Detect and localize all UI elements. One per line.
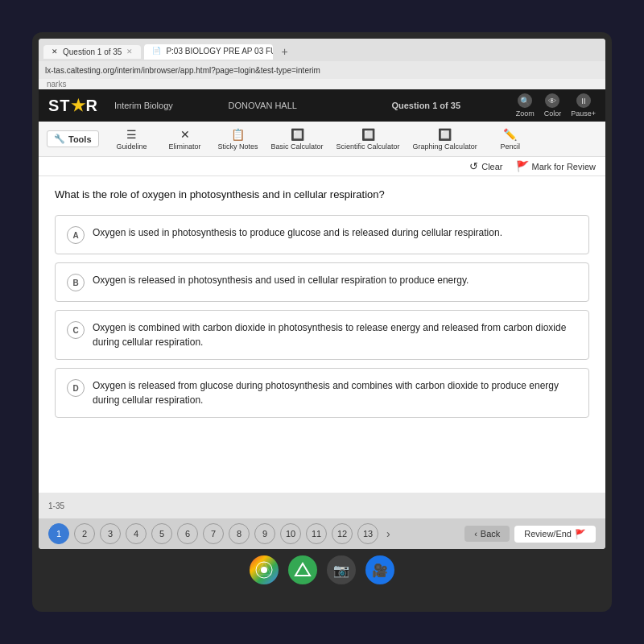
option-label-b: B [67,274,85,291]
pause-button[interactable]: ⏸ Pause+ [571,93,596,118]
color-label: Color [544,109,562,118]
flag-icon: 🚩 [516,160,529,172]
basic-calculator-tool[interactable]: 🔲 Basic Calculator [271,128,324,151]
page-num-7[interactable]: 7 [203,523,224,544]
basic-calc-label: Basic Calculator [271,142,324,151]
page-num-1[interactable]: 1 [48,523,69,544]
tab-icon-2: 📄 [152,47,161,55]
tab-icon-1: ✕ [52,47,58,56]
clear-button[interactable]: ↺ Clear [469,160,502,172]
svg-marker-2 [295,564,310,576]
laptop-shell: ✕ Question 1 of 35 ✕ 📄 P:03 BIOLOGY PRE … [32,32,612,612]
sticky-notes-icon: 📋 [231,128,245,141]
tools-label: Tools [68,134,92,144]
eliminator-icon: ✕ [180,128,190,141]
nav-range-label: 1-35 [48,502,64,510]
option-label-d: D [67,379,85,397]
browser-tab-2[interactable]: 📄 P:03 BIOLOGY PRE AP 03 FULL M... ✕ [144,44,273,60]
screen: ✕ Question 1 of 35 ✕ 📄 P:03 BIOLOGY PRE … [39,39,605,549]
app-header: ST★R Interim Biology DONOVAN HALL Questi… [39,89,605,122]
graph-calc-label: Graphing Calculator [413,142,477,151]
graphing-calculator-tool[interactable]: 🔲 Graphing Calculator [413,128,477,151]
page-num-13[interactable]: 13 [357,523,378,544]
pencil-tool[interactable]: ✏️ Pencil [490,128,530,151]
guideline-label: Guideline [117,142,147,151]
graph-calc-icon: 🔲 [438,128,452,141]
flag-end-icon: 🚩 [575,529,586,539]
page-num-10[interactable]: 10 [280,523,301,544]
address-bar[interactable]: lx-tas.caltesting.org/interim/inbrowser/… [39,61,605,79]
address-text: lx-tas.caltesting.org/interim/inbrowser/… [45,66,320,75]
sticky-notes-label: Sticky Notes [218,142,258,151]
page-num-4[interactable]: 4 [126,523,147,544]
chrome-icon[interactable] [250,555,279,584]
wrench-icon: 🔧 [54,134,65,144]
staar-logo: ST★R [48,96,98,115]
mark-review-button[interactable]: 🚩 Mark for Review [516,160,596,172]
option-text-b: Oxygen is released in photosynthesis and… [93,273,469,287]
color-button[interactable]: 👁 Color [544,93,562,118]
page-num-8[interactable]: 8 [229,523,250,544]
taskbar: 📷 🎥 [250,549,394,588]
option-label-a: A [67,226,85,244]
sci-calc-icon: 🔲 [361,128,375,141]
tab-label-1: Question 1 of 35 [63,47,122,56]
review-end-button[interactable]: Review/End 🚩 [514,526,596,543]
tab-close-1[interactable]: ✕ [126,47,133,56]
answer-option-a[interactable]: A Oxygen is used in photosynthesis to pr… [55,215,589,254]
option-text-a: Oxygen is used in photosynthesis to prod… [93,225,502,240]
option-text-c: Oxygen is combined with carbon dioxide i… [93,320,577,349]
guideline-tool[interactable]: ☰ Guideline [112,128,152,151]
sticky-notes-tool[interactable]: 📋 Sticky Notes [218,128,258,151]
question-text: What is the role of oxygen in photosynth… [55,188,589,202]
page-num-11[interactable]: 11 [306,523,327,544]
browser-tabs: ✕ Question 1 of 35 ✕ 📄 P:03 BIOLOGY PRE … [39,39,605,61]
header-name: DONOVAN HALL [189,101,336,110]
page-num-12[interactable]: 12 [332,523,353,544]
bottom-nav: 1 2 3 4 5 6 7 8 9 10 11 12 13 › ‹ Back R… [39,518,605,549]
color-icon: 👁 [545,93,559,108]
pencil-label: Pencil [500,142,520,151]
zoom-icon: 🔍 [518,93,532,108]
clear-label: Clear [481,162,502,171]
clear-icon: ↺ [469,160,478,172]
answer-option-b[interactable]: B Oxygen is released in photosynthesis a… [55,262,589,302]
page-num-2[interactable]: 2 [74,523,95,544]
answer-option-c[interactable]: C Oxygen is combined with carbon dioxide… [55,310,589,360]
option-label-c: C [67,321,85,339]
new-tab-button[interactable]: + [276,45,292,58]
sci-calc-label: Scientific Calculator [336,142,400,151]
camera-taskbar-icon[interactable]: 📷 [327,555,356,584]
svg-point-1 [261,567,267,573]
action-bar: ↺ Clear 🚩 Mark for Review [39,157,605,176]
tools-button[interactable]: 🔧 Tools [47,130,99,147]
page-num-6[interactable]: 6 [177,523,198,544]
page-num-3[interactable]: 3 [100,523,121,544]
browser-tab-1[interactable]: ✕ Question 1 of 35 ✕ [43,45,141,59]
review-end-label: Review/End [524,529,572,539]
header-controls: 🔍 Zoom 👁 Color ⏸ Pause+ [516,93,596,118]
option-text-d: Oxygen is released from glucose during p… [93,378,577,407]
pencil-icon: ✏️ [503,128,517,141]
page-next-arrow[interactable]: › [383,527,394,540]
answer-option-d[interactable]: D Oxygen is released from glucose during… [55,368,589,418]
marks-label: narks [39,79,605,89]
tab-label-2: P:03 BIOLOGY PRE AP 03 FULL M... [166,47,273,56]
pause-icon: ⏸ [576,93,591,108]
star-char: ★ [71,97,86,114]
meet-icon[interactable]: 🎥 [365,555,394,584]
question-nav-bar: 1-35 [39,493,605,518]
back-button[interactable]: ‹ Back [464,526,510,542]
drive-icon[interactable] [288,555,317,584]
zoom-button[interactable]: 🔍 Zoom [516,93,535,118]
eliminator-tool[interactable]: ✕ Eliminator [165,128,205,151]
guideline-icon: ☰ [126,128,137,141]
back-chevron-icon: ‹ [474,529,477,539]
pause-label: Pause+ [571,109,596,118]
header-subject: Interim Biology [114,101,173,110]
page-num-9[interactable]: 9 [254,523,275,544]
basic-calc-icon: 🔲 [291,128,304,141]
scientific-calculator-tool[interactable]: 🔲 Scientific Calculator [336,128,400,151]
page-num-5[interactable]: 5 [151,523,172,544]
back-label: Back [481,529,500,539]
